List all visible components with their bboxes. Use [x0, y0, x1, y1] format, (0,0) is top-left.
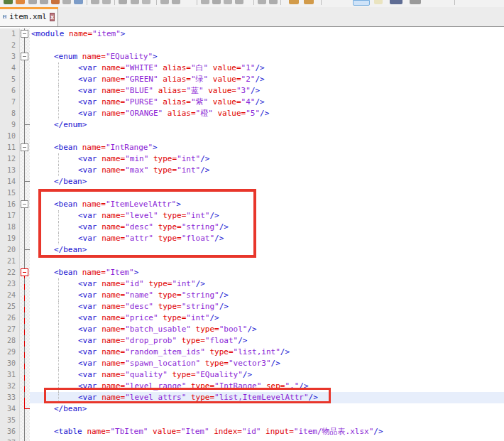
fold-collapse-icon[interactable]: [21, 200, 28, 208]
code-text[interactable]: <var name="level" type="int"/>: [30, 210, 504, 222]
toolbar-button-fragment[interactable]: [258, 0, 266, 4]
code-line[interactable]: 37: [0, 437, 504, 441]
toolbar-button-fragment[interactable]: [390, 0, 402, 4]
code-line[interactable]: 30<var name="spawn_location" type="vecto…: [0, 358, 504, 369]
toolbar-button-fragment[interactable]: [269, 0, 278, 4]
code-text[interactable]: <var name="batch_usable" type="bool"/>: [30, 324, 504, 335]
code-line[interactable]: 23<var name="id" type="int"/>: [0, 278, 504, 290]
code-text[interactable]: </enum>: [30, 119, 504, 131]
code-line[interactable]: 15: [0, 187, 504, 199]
toolbar-button-fragment[interactable]: [40, 0, 48, 4]
code-line[interactable]: 34</bean>: [0, 403, 504, 415]
toolbar-button-fragment[interactable]: [91, 0, 99, 4]
code-text[interactable]: <enum name="EQuality">: [30, 51, 504, 62]
toolbar-button-fragment[interactable]: [74, 0, 83, 4]
code-text[interactable]: <var name="level_attrs" type="list,ItemL…: [30, 392, 504, 403]
code-line[interactable]: 20</bean>: [0, 244, 504, 256]
code-editor[interactable]: 1<module name="item">23<enum name="EQual…: [0, 28, 504, 441]
code-line[interactable]: 36<table name="TbItem" value="Item" inde…: [0, 426, 504, 437]
code-text[interactable]: <var name="spawn_location" type="vector3…: [30, 358, 504, 369]
code-line[interactable]: 16<bean name="ItemLevelAttr">: [0, 199, 504, 210]
code-text[interactable]: </bean>: [30, 403, 504, 415]
code-text[interactable]: <var name="GREEN" alias="绿" value="2"/>: [30, 74, 504, 85]
fold-collapse-icon[interactable]: [21, 30, 28, 38]
code-text[interactable]: <var name="ORANGE" alias="橙" value="5"/>: [30, 108, 504, 119]
code-line[interactable]: 3<enum name="EQuality">: [0, 51, 504, 62]
code-text[interactable]: <var name="name" type="string"/>: [30, 290, 504, 301]
toolbar-button-fragment[interactable]: [51, 0, 60, 4]
code-text[interactable]: <var name="id" type="int"/>: [30, 278, 504, 290]
code-text[interactable]: <var name="attr" type="float"/>: [30, 233, 504, 244]
code-text[interactable]: </bean>: [30, 176, 504, 187]
fold-collapse-icon[interactable]: [21, 143, 28, 151]
toolbar-button-fragment[interactable]: [4, 0, 13, 4]
code-text[interactable]: <var name="price" type="int"/>: [30, 312, 504, 324]
code-text[interactable]: <module name="item">: [30, 28, 504, 40]
toolbar-button-fragment[interactable]: [142, 0, 150, 4]
code-text[interactable]: <var name="drop_prob" type="float"/>: [30, 335, 504, 347]
code-line[interactable]: 31<var name="quality" type="EQuality"/>: [0, 369, 504, 381]
fold-collapse-icon-active[interactable]: [21, 268, 28, 276]
code-text[interactable]: <bean name="Item">: [30, 267, 504, 278]
code-line[interactable]: 19<var name="attr" type="float"/>: [0, 233, 504, 244]
code-line[interactable]: 18<var name="desc" type="string"/>: [0, 222, 504, 233]
code-line[interactable]: 29<var name="random_item_ids" type="list…: [0, 347, 504, 358]
code-text[interactable]: <var name="level_range" type="IntRange" …: [30, 381, 504, 392]
code-line[interactable]: 13<var name="max" type="int"/>: [0, 165, 504, 176]
toolbar-button-fragment[interactable]: [201, 0, 209, 4]
code-text[interactable]: <var name="BLUE" alias="蓝" value="3"/>: [30, 85, 504, 97]
code-line[interactable]: 6<var name="BLUE" alias="蓝" value="3"/>: [0, 85, 504, 97]
toolbar-button-fragment[interactable]: [289, 0, 299, 4]
code-text[interactable]: <var name="min" type="int"/>: [30, 153, 504, 165]
code-line[interactable]: 1<module name="item">: [0, 28, 504, 40]
code-line[interactable]: 7<var name="PURSE" alias="紫" value="4"/>: [0, 97, 504, 108]
code-line[interactable]: 26<var name="price" type="int"/>: [0, 312, 504, 324]
code-text[interactable]: <var name="random_item_ids" type="list,i…: [30, 347, 504, 358]
code-line[interactable]: 10: [0, 131, 504, 142]
code-line[interactable]: 8<var name="ORANGE" alias="橙" value="5"/…: [0, 108, 504, 119]
code-text[interactable]: <var name="PURSE" alias="紫" value="4"/>: [30, 97, 504, 108]
code-line[interactable]: 35: [0, 415, 504, 426]
code-line[interactable]: 17<var name="level" type="int"/>: [0, 210, 504, 222]
code-line[interactable]: 33<var name="level_attrs" type="list,Ite…: [0, 392, 504, 403]
code-text[interactable]: [30, 131, 504, 142]
code-line[interactable]: 22<bean name="Item">: [0, 267, 504, 278]
code-text[interactable]: </bean>: [30, 244, 504, 256]
toolbar-button-fragment[interactable]: [16, 0, 25, 4]
code-line[interactable]: 2: [0, 40, 504, 51]
code-text[interactable]: <var name="quality" type="EQuality"/>: [30, 369, 504, 381]
toolbar-button-fragment[interactable]: [410, 0, 421, 4]
code-line[interactable]: 27<var name="batch_usable" type="bool"/>: [0, 324, 504, 335]
code-line[interactable]: 24<var name="name" type="string"/>: [0, 290, 504, 301]
code-text[interactable]: [30, 437, 504, 441]
code-text[interactable]: [30, 256, 504, 267]
code-text[interactable]: <var name="desc" type="string"/>: [30, 301, 504, 312]
code-text[interactable]: <table name="TbItem" value="Item" index=…: [30, 426, 504, 437]
code-line[interactable]: 25<var name="desc" type="string"/>: [0, 301, 504, 312]
toolbar-button-fragment[interactable]: [374, 0, 383, 4]
toolbar-button-fragment[interactable]: [160, 0, 169, 4]
code-text[interactable]: <var name="max" type="int"/>: [30, 165, 504, 176]
code-line[interactable]: 9</enum>: [0, 119, 504, 131]
code-text[interactable]: [30, 415, 504, 426]
code-line[interactable]: 28<var name="drop_prob" type="float"/>: [0, 335, 504, 347]
toolbar-button-fragment[interactable]: [119, 0, 127, 4]
code-text[interactable]: [30, 40, 504, 51]
toolbar-button-fragment[interactable]: [102, 0, 111, 4]
toolbar-button-fragment[interactable]: [62, 0, 71, 4]
tab-close-icon[interactable]: x: [50, 13, 55, 21]
code-text[interactable]: <var name="WHITE" alias="白" value="1"/>: [30, 62, 504, 74]
toolbar-button-fragment[interactable]: [304, 0, 314, 4]
code-text[interactable]: <bean name="ItemLevelAttr">: [30, 199, 504, 210]
code-line[interactable]: 11<bean name="IntRange">: [0, 142, 504, 153]
toolbar-button-fragment[interactable]: [224, 0, 232, 4]
fold-collapse-icon[interactable]: [21, 53, 28, 60]
code-line[interactable]: 5<var name="GREEN" alias="绿" value="2"/>: [0, 74, 504, 85]
code-line[interactable]: 12<var name="min" type="int"/>: [0, 153, 504, 165]
code-text[interactable]: <var name="desc" type="string"/>: [30, 222, 504, 233]
tab-item-xml[interactable]: item.xml x: [0, 7, 58, 26]
toolbar-button-fragment[interactable]: [28, 0, 37, 4]
toolbar-button-fragment[interactable]: [235, 0, 243, 4]
code-line[interactable]: 21: [0, 256, 504, 267]
code-line[interactable]: 32<var name="level_range" type="IntRange…: [0, 381, 504, 392]
